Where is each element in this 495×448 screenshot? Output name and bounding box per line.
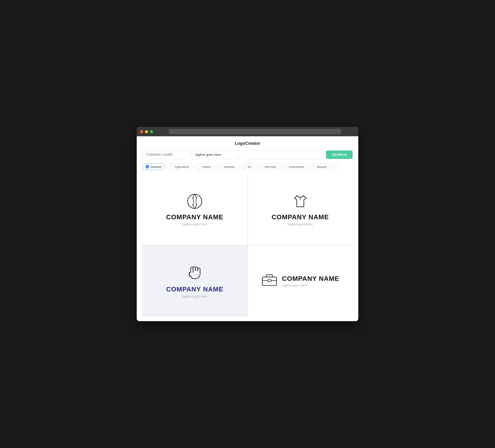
logo-card-2[interactable]: COMPANY NAME tagline goes here <box>248 174 353 245</box>
filter-next-button[interactable]: → <box>332 163 338 170</box>
briefcase-icon <box>261 273 278 286</box>
maximize-button[interactable] <box>150 130 153 133</box>
logo-1-company-name: COMPANY NAME <box>166 213 223 221</box>
filter-check-icon <box>284 165 288 168</box>
filter-label: Agriculture <box>175 165 189 168</box>
logo-4-text-group: COMPANY NAME tagline goes here <box>282 275 339 287</box>
logo-3-tagline: tagline goes here <box>182 294 207 298</box>
filter-label: Art <box>248 165 251 168</box>
filter-check-icon <box>219 165 222 168</box>
filter-label: Attorney <box>264 165 276 168</box>
address-bar[interactable] <box>169 129 341 134</box>
shirt-icon <box>292 193 309 210</box>
logo-2-tagline: tagline goes here <box>288 222 313 226</box>
logo-4-tagline: tagline goes here <box>282 283 339 287</box>
logo-2-company-name: COMPANY NAME <box>272 213 329 221</box>
filter-label: Airline <box>202 165 211 168</box>
filter-label: Automotive <box>289 165 304 168</box>
search-bar: SEARCH <box>142 150 353 159</box>
titlebar <box>137 127 358 136</box>
filter-tag-attorney[interactable]: Attorney <box>256 163 279 170</box>
minimize-button[interactable] <box>145 130 148 133</box>
filter-check-icon <box>260 165 263 168</box>
search-button[interactable]: SEARCH <box>326 150 353 159</box>
filter-label: Beauty <box>317 165 327 168</box>
filter-tag-airline[interactable]: Airline <box>194 163 214 170</box>
filter-bar: ✓AbstractAgricultureAirlineAnimalsArtAtt… <box>142 163 353 170</box>
app-content: LogoCreator SEARCH ✓AbstractAgricultureA… <box>137 136 358 321</box>
filter-tag-abstract[interactable]: ✓Abstract <box>142 163 165 170</box>
svg-point-0 <box>188 194 202 209</box>
hand-icon <box>186 264 203 282</box>
app-window: LogoCreator SEARCH ✓AbstractAgricultureA… <box>137 127 358 321</box>
filter-check-icon <box>197 165 201 168</box>
logos-grid: COMPANY NAME tagline goes here COMPANY N… <box>142 174 353 316</box>
filter-label: Abstract <box>150 165 162 168</box>
svg-line-8 <box>196 205 197 206</box>
logo-card-1[interactable]: COMPANY NAME tagline goes here <box>142 174 247 245</box>
filter-tag-automotive[interactable]: Automotive <box>281 163 307 170</box>
close-button[interactable] <box>140 130 143 133</box>
keyword-input[interactable] <box>241 150 324 159</box>
svg-line-4 <box>196 198 197 198</box>
filter-check-icon: ✓ <box>145 165 149 168</box>
company-name-input[interactable] <box>142 150 190 159</box>
filter-label: Animals <box>224 165 234 168</box>
filter-check-icon <box>243 165 246 168</box>
filter-tag-art[interactable]: Art <box>239 163 255 170</box>
logo-card-4[interactable]: COMPANY NAME tagline goes here <box>248 246 353 316</box>
filter-check-icon <box>170 165 174 168</box>
logo-3-company-name: COMPANY NAME <box>166 286 223 293</box>
filter-tag-beauty[interactable]: Beauty <box>309 163 330 170</box>
tagline-input[interactable] <box>192 150 239 159</box>
svg-line-6 <box>192 205 193 206</box>
baseball-icon <box>186 193 203 210</box>
logo-card-3[interactable]: COMPANY NAME tagline goes here <box>142 246 247 316</box>
filter-tag-animals[interactable]: Animals <box>216 163 238 170</box>
logo-1-tagline: tagline goes here <box>182 222 207 226</box>
logo-4-company-name: COMPANY NAME <box>282 275 339 282</box>
svg-rect-12 <box>268 280 271 281</box>
svg-line-2 <box>192 198 193 198</box>
filter-check-icon <box>312 165 316 168</box>
filter-tag-agriculture[interactable]: Agriculture <box>167 163 192 170</box>
app-title: LogoCreator <box>142 141 353 146</box>
